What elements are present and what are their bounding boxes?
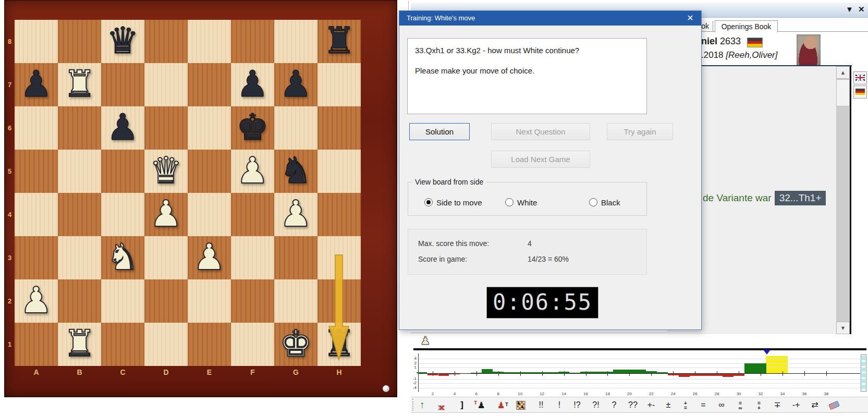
- square-b8[interactable]: [58, 20, 101, 63]
- square-a4[interactable]: [15, 193, 58, 236]
- piece-wp-e3[interactable]: ♟: [188, 236, 231, 279]
- good-move-icon[interactable]: !: [558, 398, 560, 412]
- piece-wp-f5[interactable]: ♟: [231, 150, 274, 193]
- close-icon[interactable]: ✕: [858, 5, 865, 14]
- square-c4[interactable]: [101, 193, 144, 236]
- uk-flag-button[interactable]: [853, 71, 867, 84]
- square-g3[interactable]: [274, 236, 317, 279]
- square-a3[interactable]: [15, 236, 58, 279]
- square-g6[interactable]: [274, 106, 317, 150]
- load-next-game-button[interactable]: Load Next Game: [491, 151, 590, 168]
- white-winning-icon[interactable]: +-: [647, 398, 655, 412]
- square-e7[interactable]: [188, 63, 231, 106]
- square-b6[interactable]: [58, 106, 101, 150]
- very-good-move-icon[interactable]: !!: [539, 398, 544, 412]
- radio-circle[interactable]: [589, 198, 597, 206]
- mistake-icon[interactable]: ?: [612, 398, 617, 412]
- equal-position-icon[interactable]: =: [701, 398, 705, 412]
- dialog-close-icon[interactable]: ✕: [684, 11, 696, 26]
- square-d3[interactable]: [144, 236, 188, 279]
- square-c1[interactable]: [101, 323, 144, 366]
- square-d2[interactable]: [144, 279, 188, 323]
- radio-side-to-move[interactable]: Side to move: [424, 198, 482, 207]
- piece-wn-c3[interactable]: ♞: [101, 236, 144, 279]
- move-up-icon[interactable]: ↑: [420, 398, 425, 412]
- piece-bp-g7[interactable]: ♟: [274, 63, 317, 106]
- square-e2[interactable]: [188, 279, 231, 323]
- notation-highlighted-move[interactable]: 32...Th1+: [775, 191, 826, 205]
- square-f8[interactable]: [231, 20, 274, 63]
- dubious-move-icon[interactable]: ?!: [592, 398, 599, 412]
- square-a5[interactable]: [15, 150, 58, 193]
- text-after-move-icon[interactable]: ♟T: [497, 398, 505, 412]
- next-question-button[interactable]: Next Question: [491, 123, 590, 140]
- toolbar-drag-handle[interactable]: [412, 399, 414, 411]
- compensation-icon[interactable]: =∞: [738, 398, 742, 412]
- square-e1[interactable]: [188, 323, 231, 366]
- square-f3[interactable]: [231, 236, 274, 279]
- square-g2[interactable]: [274, 279, 317, 323]
- erase-icon[interactable]: [829, 398, 839, 412]
- square-d7[interactable]: [144, 63, 188, 106]
- scroll-down-icon[interactable]: ▼: [836, 322, 850, 334]
- piece-bq-c8[interactable]: ♛: [101, 20, 144, 63]
- interesting-move-icon[interactable]: !?: [573, 398, 580, 412]
- square-e4[interactable]: [188, 193, 231, 236]
- square-f1[interactable]: [231, 323, 274, 366]
- text-before-move-icon[interactable]: T♟: [477, 398, 485, 412]
- black-winning-icon[interactable]: -+: [792, 398, 800, 412]
- square-c7[interactable]: [101, 63, 144, 106]
- piece-br-h8[interactable]: ♜: [317, 20, 361, 63]
- radio-white[interactable]: White: [505, 198, 537, 207]
- try-again-button[interactable]: Try again: [607, 123, 673, 140]
- piece-bk-f6[interactable]: ♚: [231, 106, 274, 150]
- piece-wq-d5[interactable]: ♛: [144, 150, 188, 193]
- square-d1[interactable]: [144, 323, 188, 366]
- square-d8[interactable]: [144, 20, 188, 63]
- square-h4[interactable]: [317, 193, 361, 236]
- white-slightly-better-icon[interactable]: +=: [684, 398, 687, 412]
- square-a8[interactable]: [15, 20, 58, 63]
- radio-circle[interactable]: [505, 198, 514, 206]
- radio-circle[interactable]: [424, 198, 433, 206]
- piece-bn-g5[interactable]: ♞: [274, 150, 317, 193]
- square-g8[interactable]: [274, 20, 317, 63]
- blunder-icon[interactable]: ??: [628, 398, 638, 412]
- square-b3[interactable]: [58, 236, 101, 279]
- square-b5[interactable]: [58, 150, 101, 193]
- square-a6[interactable]: [15, 106, 58, 150]
- square-b2[interactable]: [58, 279, 101, 323]
- square-b4[interactable]: [58, 193, 101, 236]
- insert-diagram-icon[interactable]: ♟♟: [517, 398, 525, 412]
- delete-annotation-icon[interactable]: ××: [437, 398, 447, 412]
- radio-black[interactable]: Black: [589, 198, 620, 207]
- piece-bp-c6[interactable]: ♟: [101, 106, 144, 150]
- unclear-position-icon[interactable]: ∞: [718, 398, 724, 412]
- square-e6[interactable]: [188, 106, 231, 150]
- piece-br-h1[interactable]: ♜: [317, 323, 361, 366]
- square-h3[interactable]: [317, 236, 361, 279]
- scroll-up-icon[interactable]: ▲: [836, 66, 850, 79]
- piece-wr-b1[interactable]: ♜: [58, 323, 101, 366]
- evaluation-chart[interactable]: [411, 351, 868, 396]
- square-d6[interactable]: [144, 106, 188, 150]
- square-c2[interactable]: [101, 279, 144, 323]
- square-e8[interactable]: [188, 20, 231, 63]
- white-better-icon[interactable]: ±: [666, 398, 671, 412]
- piece-wp-g4[interactable]: ♟: [274, 193, 317, 236]
- black-slightly-better-icon[interactable]: =+: [757, 398, 761, 412]
- piece-wr-b7[interactable]: ♜: [58, 63, 101, 106]
- square-e5[interactable]: [188, 150, 231, 193]
- piece-wk-g1[interactable]: ♚: [274, 323, 317, 366]
- square-h2[interactable]: [317, 279, 361, 323]
- piece-bp-f7[interactable]: ♟: [231, 63, 274, 106]
- piece-wp-a2[interactable]: ♟: [15, 279, 58, 323]
- collapse-icon[interactable]: ▼: [846, 5, 853, 14]
- square-h7[interactable]: [317, 63, 361, 106]
- square-h6[interactable]: [317, 106, 361, 150]
- square-f4[interactable]: [231, 193, 274, 236]
- solution-button[interactable]: Solution: [409, 123, 470, 140]
- counterplay-icon[interactable]: ⇄: [811, 398, 818, 412]
- square-c5[interactable]: [101, 150, 144, 193]
- square-a1[interactable]: [15, 323, 58, 366]
